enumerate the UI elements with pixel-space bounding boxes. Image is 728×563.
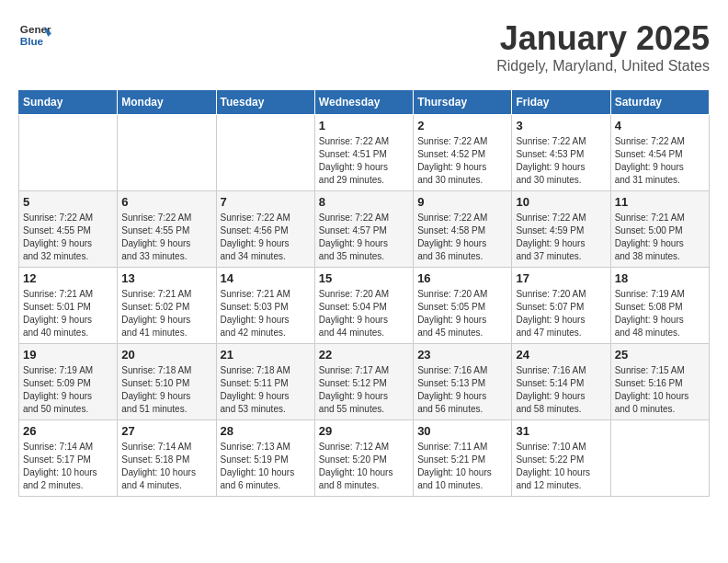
calendar-cell: 30Sunrise: 7:11 AM Sunset: 5:21 PM Dayli… <box>414 420 512 497</box>
calendar-cell: 18Sunrise: 7:19 AM Sunset: 5:08 PM Dayli… <box>610 268 709 344</box>
day-info: Sunrise: 7:14 AM Sunset: 5:18 PM Dayligh… <box>121 441 211 492</box>
title-area: January 2025 Ridgely, Maryland, United S… <box>496 18 710 75</box>
col-monday: Monday <box>118 90 216 115</box>
col-friday: Friday <box>512 90 610 115</box>
logo-icon: General Blue <box>18 18 51 52</box>
calendar-week-1: 1Sunrise: 7:22 AM Sunset: 4:51 PM Daylig… <box>19 115 710 191</box>
calendar-cell <box>118 115 216 191</box>
day-number: 31 <box>516 424 606 438</box>
calendar-cell: 2Sunrise: 7:22 AM Sunset: 4:52 PM Daylig… <box>414 115 512 191</box>
day-info: Sunrise: 7:22 AM Sunset: 4:55 PM Dayligh… <box>121 212 211 263</box>
logo: General Blue <box>18 18 51 52</box>
calendar-cell: 23Sunrise: 7:16 AM Sunset: 5:13 PM Dayli… <box>414 344 512 420</box>
calendar-table: Sunday Monday Tuesday Wednesday Thursday… <box>18 89 710 497</box>
calendar-cell: 28Sunrise: 7:13 AM Sunset: 5:19 PM Dayli… <box>216 420 314 497</box>
day-info: Sunrise: 7:22 AM Sunset: 4:51 PM Dayligh… <box>319 135 409 187</box>
calendar-cell: 22Sunrise: 7:17 AM Sunset: 5:12 PM Dayli… <box>314 344 413 420</box>
day-number: 5 <box>23 195 113 209</box>
calendar-cell: 24Sunrise: 7:16 AM Sunset: 5:14 PM Dayli… <box>512 344 610 420</box>
calendar-week-2: 5Sunrise: 7:22 AM Sunset: 4:55 PM Daylig… <box>19 191 710 268</box>
day-number: 19 <box>23 348 113 362</box>
day-number: 21 <box>221 348 311 362</box>
calendar-title: January 2025 <box>496 18 710 58</box>
day-info: Sunrise: 7:22 AM Sunset: 4:58 PM Dayligh… <box>417 212 507 263</box>
calendar-cell: 9Sunrise: 7:22 AM Sunset: 4:58 PM Daylig… <box>414 191 512 268</box>
day-number: 8 <box>319 195 409 209</box>
day-info: Sunrise: 7:18 AM Sunset: 5:11 PM Dayligh… <box>221 364 311 416</box>
calendar-cell: 26Sunrise: 7:14 AM Sunset: 5:17 PM Dayli… <box>19 420 118 497</box>
day-number: 4 <box>615 119 705 132</box>
day-info: Sunrise: 7:22 AM Sunset: 4:57 PM Dayligh… <box>319 212 409 263</box>
calendar-cell: 1Sunrise: 7:22 AM Sunset: 4:51 PM Daylig… <box>314 115 413 191</box>
day-number: 9 <box>417 195 507 209</box>
col-tuesday: Tuesday <box>216 90 314 115</box>
day-info: Sunrise: 7:20 AM Sunset: 5:04 PM Dayligh… <box>319 288 409 339</box>
day-info: Sunrise: 7:16 AM Sunset: 5:13 PM Dayligh… <box>417 364 507 416</box>
day-info: Sunrise: 7:10 AM Sunset: 5:22 PM Dayligh… <box>516 441 606 492</box>
day-number: 22 <box>319 348 409 362</box>
calendar-cell: 14Sunrise: 7:21 AM Sunset: 5:03 PM Dayli… <box>216 268 314 344</box>
day-info: Sunrise: 7:13 AM Sunset: 5:19 PM Dayligh… <box>221 441 311 492</box>
day-info: Sunrise: 7:20 AM Sunset: 5:05 PM Dayligh… <box>417 288 507 339</box>
day-number: 14 <box>221 271 311 285</box>
day-info: Sunrise: 7:21 AM Sunset: 5:02 PM Dayligh… <box>121 288 211 339</box>
day-info: Sunrise: 7:15 AM Sunset: 5:16 PM Dayligh… <box>615 364 705 416</box>
calendar-cell: 10Sunrise: 7:22 AM Sunset: 4:59 PM Dayli… <box>512 191 610 268</box>
svg-text:Blue: Blue <box>20 35 44 47</box>
day-number: 27 <box>121 424 211 438</box>
calendar-cell <box>19 115 118 191</box>
day-number: 17 <box>516 271 606 285</box>
day-number: 16 <box>417 271 507 285</box>
calendar-cell: 7Sunrise: 7:22 AM Sunset: 4:56 PM Daylig… <box>216 191 314 268</box>
calendar-cell: 8Sunrise: 7:22 AM Sunset: 4:57 PM Daylig… <box>314 191 413 268</box>
calendar-cell: 29Sunrise: 7:12 AM Sunset: 5:20 PM Dayli… <box>314 420 413 497</box>
day-info: Sunrise: 7:19 AM Sunset: 5:08 PM Dayligh… <box>615 288 705 339</box>
day-number: 2 <box>417 119 507 132</box>
header-row: Sunday Monday Tuesday Wednesday Thursday… <box>19 90 710 115</box>
calendar-cell: 11Sunrise: 7:21 AM Sunset: 5:00 PM Dayli… <box>610 191 709 268</box>
calendar-cell: 5Sunrise: 7:22 AM Sunset: 4:55 PM Daylig… <box>19 191 118 268</box>
calendar-cell: 12Sunrise: 7:21 AM Sunset: 5:01 PM Dayli… <box>19 268 118 344</box>
day-number: 12 <box>23 271 113 285</box>
day-number: 20 <box>121 348 211 362</box>
day-info: Sunrise: 7:20 AM Sunset: 5:07 PM Dayligh… <box>516 288 606 339</box>
day-info: Sunrise: 7:19 AM Sunset: 5:09 PM Dayligh… <box>23 364 113 416</box>
calendar-cell <box>610 420 709 497</box>
calendar-cell: 19Sunrise: 7:19 AM Sunset: 5:09 PM Dayli… <box>19 344 118 420</box>
page-header: General Blue January 2025 Ridgely, Maryl… <box>18 18 710 75</box>
col-thursday: Thursday <box>414 90 512 115</box>
col-saturday: Saturday <box>610 90 709 115</box>
day-number: 29 <box>319 424 409 438</box>
day-info: Sunrise: 7:21 AM Sunset: 5:01 PM Dayligh… <box>23 288 113 339</box>
day-info: Sunrise: 7:12 AM Sunset: 5:20 PM Dayligh… <box>319 441 409 492</box>
calendar-cell <box>216 115 314 191</box>
calendar-week-3: 12Sunrise: 7:21 AM Sunset: 5:01 PM Dayli… <box>19 268 710 344</box>
day-number: 6 <box>121 195 211 209</box>
day-info: Sunrise: 7:17 AM Sunset: 5:12 PM Dayligh… <box>319 364 409 416</box>
day-info: Sunrise: 7:22 AM Sunset: 4:54 PM Dayligh… <box>615 135 705 187</box>
col-sunday: Sunday <box>19 90 118 115</box>
calendar-cell: 21Sunrise: 7:18 AM Sunset: 5:11 PM Dayli… <box>216 344 314 420</box>
day-number: 13 <box>121 271 211 285</box>
calendar-cell: 6Sunrise: 7:22 AM Sunset: 4:55 PM Daylig… <box>118 191 216 268</box>
day-info: Sunrise: 7:21 AM Sunset: 5:00 PM Dayligh… <box>615 212 705 263</box>
calendar-cell: 3Sunrise: 7:22 AM Sunset: 4:53 PM Daylig… <box>512 115 610 191</box>
day-info: Sunrise: 7:14 AM Sunset: 5:17 PM Dayligh… <box>23 441 113 492</box>
calendar-cell: 16Sunrise: 7:20 AM Sunset: 5:05 PM Dayli… <box>414 268 512 344</box>
day-number: 7 <box>221 195 311 209</box>
calendar-cell: 31Sunrise: 7:10 AM Sunset: 5:22 PM Dayli… <box>512 420 610 497</box>
day-info: Sunrise: 7:22 AM Sunset: 4:53 PM Dayligh… <box>516 135 606 187</box>
day-number: 25 <box>615 348 705 362</box>
day-number: 11 <box>615 195 705 209</box>
calendar-cell: 25Sunrise: 7:15 AM Sunset: 5:16 PM Dayli… <box>610 344 709 420</box>
day-number: 24 <box>516 348 606 362</box>
day-number: 30 <box>417 424 507 438</box>
day-number: 10 <box>516 195 606 209</box>
day-number: 28 <box>221 424 311 438</box>
day-info: Sunrise: 7:21 AM Sunset: 5:03 PM Dayligh… <box>221 288 311 339</box>
calendar-subtitle: Ridgely, Maryland, United States <box>496 58 710 75</box>
day-number: 18 <box>615 271 705 285</box>
day-info: Sunrise: 7:22 AM Sunset: 4:56 PM Dayligh… <box>221 212 311 263</box>
calendar-cell: 4Sunrise: 7:22 AM Sunset: 4:54 PM Daylig… <box>610 115 709 191</box>
day-info: Sunrise: 7:22 AM Sunset: 4:59 PM Dayligh… <box>516 212 606 263</box>
